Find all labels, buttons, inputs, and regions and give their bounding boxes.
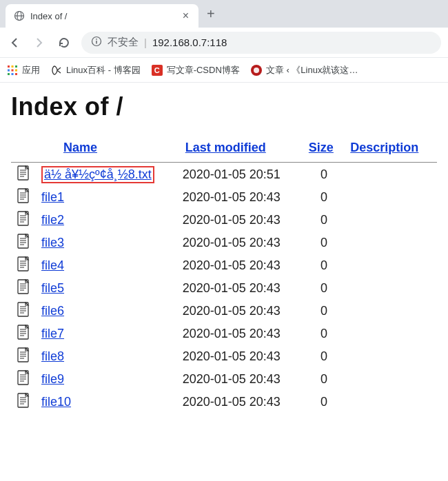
bookmark-icon (251, 65, 262, 76)
file-description (345, 254, 437, 277)
file-description (345, 277, 437, 300)
file-size: 0 (303, 368, 345, 391)
file-row: ä½ å¥½çº¢å¸½8.txt2020-01-05 20:510 (11, 163, 437, 186)
toolbar: 不安全 | 192.168.0.7:118 (0, 28, 448, 58)
bookmark-label: 文章 ‹ 《Linux就该这… (266, 64, 358, 76)
file-icon (17, 302, 30, 317)
file-link[interactable]: file3 (41, 236, 64, 249)
svg-rect-11 (15, 69, 17, 71)
bookmark-icon: C (152, 65, 163, 76)
file-row: file12020-01-05 20:430 (11, 186, 437, 209)
file-icon (17, 234, 30, 249)
col-header-name[interactable]: Name (63, 141, 97, 154)
file-size: 0 (303, 323, 345, 345)
file-last-modified: 2020-01-05 20:43 (180, 368, 303, 391)
file-icon (17, 347, 30, 362)
file-last-modified: 2020-01-05 20:43 (180, 323, 303, 345)
svg-rect-10 (12, 69, 14, 71)
file-row: file102020-01-05 20:430 (11, 391, 437, 413)
file-link[interactable]: file6 (41, 304, 64, 318)
address-separator: | (144, 37, 147, 48)
info-icon (91, 36, 102, 49)
bookmark-icon (51, 65, 62, 76)
file-description (345, 368, 437, 391)
col-header-size[interactable]: Size (309, 141, 334, 154)
file-link[interactable]: file10 (41, 395, 71, 409)
file-description (345, 209, 437, 232)
forward-button[interactable] (32, 35, 47, 50)
file-last-modified: 2020-01-05 20:43 (180, 277, 303, 300)
file-last-modified: 2020-01-05 20:43 (180, 232, 303, 254)
file-description (345, 345, 437, 368)
file-icon (17, 370, 30, 385)
file-row: file82020-01-05 20:430 (11, 345, 437, 368)
bookmark-item-2[interactable]: 文章 ‹ 《Linux就该这… (251, 64, 358, 76)
col-header-description[interactable]: Description (350, 141, 418, 154)
file-last-modified: 2020-01-05 20:43 (180, 254, 303, 277)
file-last-modified: 2020-01-05 20:43 (180, 345, 303, 368)
file-link[interactable]: file8 (41, 349, 64, 363)
file-link[interactable]: file9 (41, 372, 64, 386)
svg-rect-14 (15, 73, 17, 75)
back-button[interactable] (7, 35, 22, 50)
file-link[interactable]: file7 (41, 327, 64, 340)
file-link[interactable]: ä½ å¥½çº¢å¸½8.txt (44, 167, 152, 181)
svg-rect-9 (8, 69, 10, 71)
svg-point-15 (254, 68, 259, 73)
file-description (345, 232, 437, 254)
file-link[interactable]: file1 (41, 190, 64, 204)
file-description (345, 391, 437, 413)
file-row: file42020-01-05 20:430 (11, 254, 437, 277)
file-description (345, 300, 437, 323)
file-icon (17, 211, 30, 226)
page-heading: Index of / (11, 92, 437, 121)
svg-rect-12 (8, 73, 10, 75)
browser-chrome: Index of / × + 不安全 | 192.168.0.7:118 应用 … (0, 0, 448, 83)
file-icon (17, 256, 30, 272)
file-size: 0 (303, 391, 345, 413)
file-row: file92020-01-05 20:430 (11, 368, 437, 391)
reload-button[interactable] (57, 35, 72, 50)
file-description (345, 163, 437, 186)
bookmark-label: Linux百科 - 博客园 (66, 64, 141, 76)
address-bar[interactable]: 不安全 | 192.168.0.7:118 (81, 32, 441, 54)
file-size: 0 (303, 209, 345, 232)
file-last-modified: 2020-01-05 20:43 (180, 186, 303, 209)
file-row: file62020-01-05 20:430 (11, 300, 437, 323)
bookmark-item-0[interactable]: Linux百科 - 博客园 (51, 64, 141, 76)
bookmark-label: 写文章-CSDN博客 (167, 64, 240, 76)
browser-tab[interactable]: Index of / × (6, 4, 198, 28)
file-icon (17, 393, 30, 408)
bookmarks-bar: 应用 Linux百科 - 博客园 C 写文章-CSDN博客 文章 ‹ 《Linu… (0, 58, 448, 83)
file-size: 0 (303, 254, 345, 277)
security-label: 不安全 (108, 36, 139, 49)
apps-label: 应用 (22, 64, 40, 76)
file-link[interactable]: file4 (41, 258, 64, 272)
file-description (345, 323, 437, 345)
globe-icon (14, 10, 25, 21)
file-icon (17, 325, 30, 340)
file-row: file22020-01-05 20:430 (11, 209, 437, 232)
url-text: 192.168.0.7:118 (152, 37, 227, 48)
tab-title: Index of / (30, 11, 176, 21)
file-row: file32020-01-05 20:430 (11, 232, 437, 254)
new-tab-button[interactable]: + (198, 3, 223, 25)
file-row: file72020-01-05 20:430 (11, 323, 437, 345)
col-header-last-modified[interactable]: Last modified (185, 141, 266, 154)
file-link[interactable]: file2 (41, 213, 64, 227)
tab-close-button[interactable]: × (181, 10, 190, 22)
file-size: 0 (303, 277, 345, 300)
svg-rect-8 (15, 65, 17, 68)
svg-rect-6 (8, 65, 10, 68)
file-link[interactable]: file5 (41, 281, 64, 295)
file-icon (17, 279, 30, 294)
apps-button[interactable]: 应用 (7, 64, 40, 76)
file-icon (17, 165, 30, 181)
file-last-modified: 2020-01-05 20:43 (180, 391, 303, 413)
file-size: 0 (303, 300, 345, 323)
svg-point-5 (96, 39, 97, 40)
file-description (345, 186, 437, 209)
file-last-modified: 2020-01-05 20:43 (180, 300, 303, 323)
file-last-modified: 2020-01-05 20:51 (180, 163, 303, 186)
bookmark-item-1[interactable]: C 写文章-CSDN博客 (152, 64, 240, 76)
